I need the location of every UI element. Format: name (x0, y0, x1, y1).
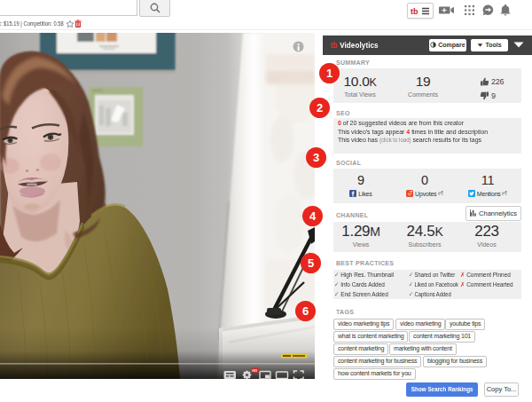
svg-text:tb: tb (411, 7, 419, 16)
svg-text:HD: HD (252, 368, 257, 373)
